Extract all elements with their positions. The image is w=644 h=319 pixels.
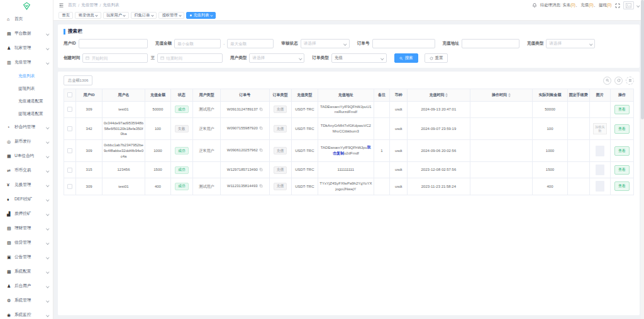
topbar-right: 待处理消息: 实名(0)、 充值(0)、 <box>532 1 639 9</box>
cell-recharge-time: 2024-09-06 20:02:56 <box>408 140 470 162</box>
start-time-input[interactable] <box>82 53 148 63</box>
sidebar-item[interactable]: DEFI挖矿 <box>0 192 53 207</box>
chevron-down-icon[interactable] <box>636 4 640 7</box>
view-tab[interactable]: 授权管理 <box>158 12 184 19</box>
row-checkbox[interactable] <box>67 148 72 153</box>
recharge-type-select[interactable]: 请选择 <box>546 39 595 48</box>
breadcrumb-item[interactable]: 充值管理 / <box>81 3 101 8</box>
sidebar-item[interactable]: 币币交易 <box>0 163 53 178</box>
bell-icon[interactable] <box>532 3 537 8</box>
sidebar-item[interactable]: 兑换管理 <box>0 178 53 192</box>
row-checkbox[interactable] <box>67 107 72 112</box>
view-button[interactable]: 查看 <box>614 165 630 175</box>
sidebar-item[interactable]: 充值管理 <box>0 55 53 70</box>
cell-fixed-fee <box>567 178 589 195</box>
logo[interactable] <box>0 0 53 12</box>
collapse-sidebar-icon[interactable] <box>58 3 64 8</box>
order-type-select[interactable]: 充值 <box>331 53 387 63</box>
recharge-address-input[interactable] <box>462 39 519 48</box>
scrollbar-thumb[interactable] <box>641 0 644 119</box>
audit-status-select[interactable]: 请选择 <box>301 39 350 48</box>
avatar[interactable] <box>623 1 634 9</box>
status-badge: 失败 <box>175 125 189 132</box>
search-panel: 搜索栏 用户ID 充值金额 - 审核状态 <box>58 24 640 68</box>
sidebar-item[interactable]: 系统管理 <box>0 293 53 308</box>
pending-item[interactable]: 充值(0)、 <box>580 3 599 7</box>
row-checkbox[interactable] <box>67 168 72 173</box>
image-placeholder[interactable] <box>596 146 604 156</box>
view-tab[interactable]: 账变信息 <box>75 12 101 19</box>
search-button[interactable]: 搜索 <box>394 53 418 63</box>
sidebar-item[interactable]: 公告管理 <box>0 250 53 264</box>
amount-min-input[interactable] <box>174 39 221 48</box>
table-toolbar: 总金额1306 <box>64 75 634 85</box>
sort-operate-time-icon[interactable] <box>508 93 511 97</box>
sidebar-item[interactable]: 系统监控 <box>0 308 53 319</box>
field-order-type: 订单类型 充值 <box>312 53 386 63</box>
copy-icon[interactable] <box>259 148 263 154</box>
sidebar-item[interactable]: 理财管理 <box>0 221 53 235</box>
table-refresh-button[interactable] <box>614 77 623 85</box>
order-no-input[interactable] <box>372 39 435 48</box>
view-button[interactable]: 查看 <box>614 146 630 156</box>
sidebar-item[interactable]: 后台用户 <box>0 279 53 293</box>
pending-item[interactable]: 实名(0)、 <box>562 3 580 7</box>
copy-icon[interactable] <box>259 168 263 173</box>
copy-icon[interactable] <box>259 107 263 113</box>
search-row-2: 创建时间 至 用户类型 请选择 <box>64 53 634 63</box>
pending-item[interactable]: 提现(0) <box>599 3 612 7</box>
image-placeholder[interactable] <box>596 181 604 192</box>
sidebar-item[interactable]: 首页 <box>0 12 53 26</box>
sort-recharge-time-icon[interactable] <box>445 93 448 97</box>
sidebar-item[interactable]: 系统配置 <box>0 264 53 279</box>
reset-button[interactable]: 重置 <box>425 53 448 63</box>
fullscreen-icon[interactable] <box>615 3 620 8</box>
copy-icon[interactable] <box>259 184 263 190</box>
column-settings-button[interactable] <box>626 77 634 85</box>
order-type-tag: 充值 <box>274 147 287 154</box>
chevron-down-icon <box>299 57 302 60</box>
chevron-down-icon <box>46 61 49 64</box>
view-button[interactable]: 查看 <box>614 105 630 114</box>
breadcrumb-item[interactable]: 首页 / <box>68 3 80 8</box>
select-all-checkbox[interactable] <box>67 92 72 97</box>
user-id-input[interactable] <box>79 39 148 48</box>
cell-username: 0x344de97ad9535948b58e6f50120b18efa350f0… <box>102 118 145 140</box>
sidebar-item[interactable]: 提现列表 <box>0 82 53 95</box>
page-scrollbar[interactable] <box>641 0 644 319</box>
amount-max-input[interactable] <box>227 39 274 48</box>
sidebar-item[interactable]: 借贷管理 <box>0 235 53 250</box>
view-tab[interactable]: 充值列表 <box>186 12 216 19</box>
copy-icon[interactable] <box>259 126 263 132</box>
view-tab[interactable]: 首页 <box>58 12 73 19</box>
sidebar-item[interactable]: 玩家管理 <box>0 41 53 55</box>
cell-user-type <box>192 162 220 178</box>
sidebar-item[interactable]: 提现通道配置 <box>0 107 53 120</box>
sidebar-item[interactable]: 新币发行 <box>0 134 53 149</box>
view-tab[interactable]: 玩家用户 <box>103 12 129 19</box>
cell-amount: 1500 <box>145 162 171 178</box>
sidebar-item[interactable]: U本位合约 <box>0 149 53 163</box>
cell-operate-time <box>470 162 533 178</box>
end-time-input[interactable] <box>157 53 223 63</box>
view-button[interactable]: 查看 <box>614 181 630 191</box>
sidebar-item[interactable]: 质押挖矿 <box>0 207 53 221</box>
total-amount-button[interactable]: 总金额1306 <box>64 75 92 85</box>
sidebar-item[interactable]: 秒合约管理 <box>0 120 53 134</box>
sidebar-item[interactable]: 充值通道配置 <box>0 95 53 107</box>
field-recharge-address: 充值地址 <box>443 39 519 48</box>
chevron-down-icon <box>46 169 49 172</box>
image-placeholder[interactable] <box>596 165 604 175</box>
view-button[interactable]: 查看 <box>614 124 630 134</box>
row-checkbox[interactable] <box>67 184 72 189</box>
row-checkbox[interactable] <box>67 126 72 131</box>
sidebar-item[interactable]: 平台数据 <box>0 26 53 41</box>
view-tab[interactable]: 归集订单 <box>131 12 157 19</box>
user-type-select[interactable]: 请选择 <box>249 53 304 63</box>
field-recharge-amount: 充值金额 - <box>155 39 274 48</box>
refresh-icon <box>430 57 433 60</box>
sidebar-item[interactable]: 充值列表 <box>0 70 53 82</box>
cell-username: test01 <box>102 101 145 117</box>
breadcrumb-item[interactable]: 充值列表 <box>103 3 121 8</box>
table-search-toggle-button[interactable] <box>603 77 611 85</box>
